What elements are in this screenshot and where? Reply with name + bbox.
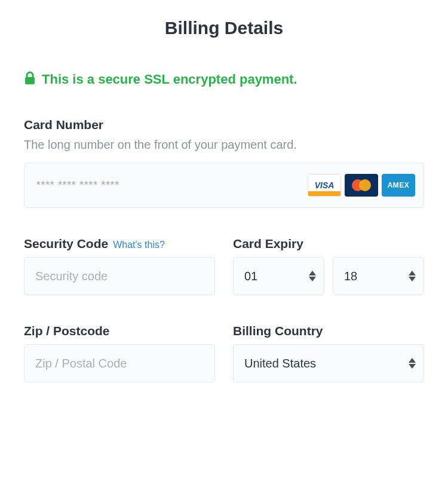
billing-country-label: Billing Country — [233, 324, 424, 338]
visa-icon: VISA — [308, 174, 341, 197]
secure-banner: This is a secure SSL encrypted payment. — [24, 71, 424, 88]
amex-icon: AMEX — [382, 174, 415, 197]
security-code-help-link[interactable]: What's this? — [113, 240, 165, 250]
expiry-month-select[interactable]: 01 — [233, 257, 324, 295]
card-expiry-label: Card Expiry — [233, 237, 424, 251]
zip-label: Zip / Postcode — [24, 324, 215, 338]
secure-message: This is a secure SSL encrypted payment. — [42, 72, 297, 87]
mastercard-icon — [345, 174, 378, 197]
billing-country-select[interactable]: United States — [233, 344, 424, 382]
card-number-field[interactable]: VISA AMEX — [24, 163, 424, 208]
svg-rect-0 — [25, 77, 35, 84]
card-number-input[interactable] — [36, 179, 308, 191]
security-code-input[interactable] — [24, 257, 215, 295]
expiry-year-select[interactable]: 18 — [333, 257, 424, 295]
card-number-hint: The long number on the front of your pay… — [24, 138, 424, 152]
lock-icon — [24, 71, 36, 88]
card-number-label: Card Number — [24, 118, 424, 132]
card-brand-icons: VISA AMEX — [308, 174, 415, 197]
zip-input[interactable] — [24, 344, 215, 382]
page-title: Billing Details — [24, 18, 424, 38]
security-code-label: Security Code — [24, 237, 108, 251]
